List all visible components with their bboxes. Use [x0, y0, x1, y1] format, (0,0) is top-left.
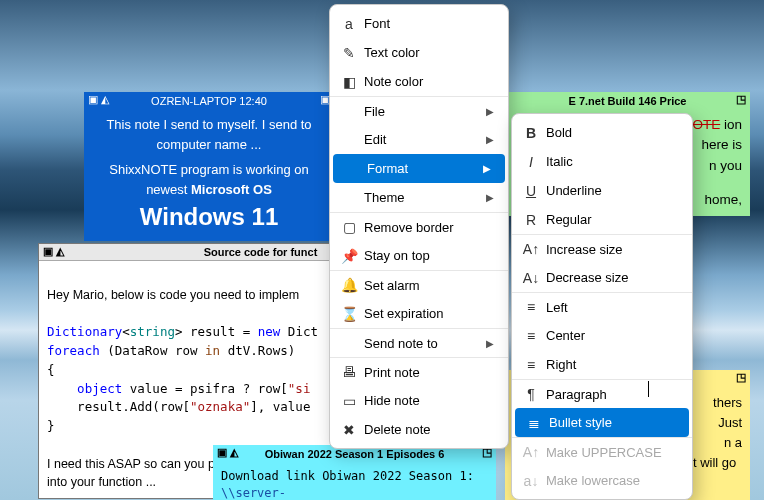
- menu-label: Remove border: [360, 220, 494, 235]
- txtcolor-icon: ✎: [338, 45, 360, 61]
- text: Hey Mario, below is code you need to imp…: [47, 288, 299, 302]
- menu-label: Paragraph: [542, 387, 678, 402]
- text: This note I send to myself. I send to co…: [92, 115, 326, 154]
- menu-label: Stay on top: [360, 248, 494, 263]
- R-icon: R: [520, 212, 542, 228]
- format-item-right[interactable]: ≡Right: [512, 350, 692, 379]
- note-controls-right[interactable]: ◳: [736, 372, 746, 383]
- menu-label: Right: [542, 357, 678, 372]
- code: result.Add(row[: [47, 399, 190, 414]
- note-controls-left[interactable]: ▣ ◭: [217, 447, 238, 458]
- code: }: [47, 418, 55, 433]
- text-caret: [648, 381, 649, 397]
- ucase-icon: A↑: [520, 444, 542, 460]
- code: (DataRow row: [100, 343, 205, 358]
- menu-label: Decrease size: [542, 270, 678, 285]
- format-item-increase-size[interactable]: A↑Increase size: [512, 234, 692, 263]
- chevron-right-icon: ▶: [486, 106, 494, 117]
- bell-icon: 🔔: [338, 277, 360, 293]
- code: {: [47, 362, 55, 377]
- menu-item-send-note-to[interactable]: Send note to▶: [330, 328, 508, 357]
- format-item-make-uppercase: A↑Make UPPERCASE: [512, 437, 692, 466]
- format-submenu[interactable]: BBoldIItalicUUnderlineRRegularA↑Increase…: [511, 113, 693, 500]
- notecolor-icon: ◧: [338, 74, 360, 90]
- menu-label: Center: [542, 328, 678, 343]
- format-item-bullet-style[interactable]: ≣Bullet style: [515, 408, 689, 437]
- lcase-icon: a↓: [520, 473, 542, 489]
- code: [47, 381, 77, 396]
- menu-item-set-alarm[interactable]: 🔔Set alarm: [330, 270, 508, 299]
- menu-item-text-color[interactable]: ✎Text color: [330, 38, 508, 67]
- code: Dictionary: [47, 324, 122, 339]
- note-title-bar[interactable]: E 7.net Build 146 Price ◳: [505, 92, 750, 109]
- menu-label: Regular: [542, 212, 678, 227]
- format-item-left[interactable]: ≡Left: [512, 292, 692, 321]
- note-title-bar[interactable]: ▣ ◭ OZREN-LAPTOP 12:40 ▣: [84, 92, 334, 109]
- code: object: [77, 381, 122, 396]
- menu-label: Delete note: [360, 422, 494, 437]
- code: dtV.Rows): [220, 343, 295, 358]
- menu-label: Make lowercase: [542, 473, 678, 488]
- menu-label: Text color: [360, 45, 494, 60]
- format-item-decrease-size[interactable]: A↓Decrease size: [512, 263, 692, 292]
- menu-item-font[interactable]: aFont: [330, 9, 508, 38]
- code: foreach: [47, 343, 100, 358]
- menu-label: Bold: [542, 125, 678, 140]
- menu-label: Send note to: [360, 336, 486, 351]
- format-item-bold[interactable]: BBold: [512, 118, 692, 147]
- menu-label: Note color: [360, 74, 494, 89]
- code: "oznaka": [190, 399, 250, 414]
- menu-item-remove-border[interactable]: ▢Remove border: [330, 212, 508, 241]
- format-item-paragraph[interactable]: ¶Paragraph: [512, 379, 692, 408]
- note-controls-left[interactable]: ▣ ◭: [43, 246, 64, 257]
- B-icon: B: [520, 125, 542, 141]
- format-item-regular[interactable]: RRegular: [512, 205, 692, 234]
- rborder-icon: ▢: [338, 219, 360, 235]
- chevron-right-icon: ▶: [486, 338, 494, 349]
- code: string: [130, 324, 175, 339]
- code: Dict: [280, 324, 318, 339]
- note-controls-right[interactable]: ◳: [736, 94, 746, 105]
- format-item-underline[interactable]: UUnderline: [512, 176, 692, 205]
- format-item-italic[interactable]: IItalic: [512, 147, 692, 176]
- note-title: E 7.net Build 146 Price: [569, 95, 687, 107]
- menu-label: Set expiration: [360, 306, 494, 321]
- menu-item-format[interactable]: Format▶: [333, 154, 505, 183]
- menu-item-file[interactable]: File▶: [330, 96, 508, 125]
- menu-item-hide-note[interactable]: ▭Hide note: [330, 386, 508, 415]
- note-title: Source code for funct: [204, 246, 318, 258]
- menu-item-print-note[interactable]: 🖶Print note: [330, 357, 508, 386]
- format-item-center[interactable]: ≡Center: [512, 321, 692, 350]
- format-item-make-lowercase: a↓Make lowercase: [512, 466, 692, 495]
- menu-label: Hide note: [360, 393, 494, 408]
- pin-icon: 📌: [338, 248, 360, 264]
- bul-icon: ≣: [523, 415, 545, 431]
- hide-icon: ▭: [338, 393, 360, 409]
- context-menu[interactable]: aFont✎Text color◧Note colorFile▶Edit▶For…: [329, 4, 509, 449]
- print-icon: 🖶: [338, 364, 360, 380]
- para-icon: ¶: [520, 386, 542, 402]
- menu-label: Underline: [542, 183, 678, 198]
- code: "si: [288, 381, 311, 396]
- menu-item-note-color[interactable]: ◧Note color: [330, 67, 508, 96]
- text-bold: Microsoft OS: [191, 182, 272, 197]
- chevron-right-icon: ▶: [486, 134, 494, 145]
- menu-label: Theme: [360, 190, 486, 205]
- menu-item-delete-note[interactable]: ✖Delete note: [330, 415, 508, 444]
- alC-icon: ≡: [520, 328, 542, 344]
- menu-label: Format: [363, 161, 483, 176]
- note-body: Download link Obiwan 2022 Season 1: \\se…: [213, 462, 496, 500]
- text: ion: [724, 117, 742, 132]
- inc-icon: A↑: [520, 241, 542, 257]
- menu-item-stay-on-top[interactable]: 📌Stay on top: [330, 241, 508, 270]
- note-title: OZREN-LAPTOP 12:40: [151, 95, 267, 107]
- menu-item-theme[interactable]: Theme▶: [330, 183, 508, 212]
- note-blue[interactable]: ▣ ◭ OZREN-LAPTOP 12:40 ▣ This note I sen…: [84, 92, 334, 241]
- note-controls-left[interactable]: ▣ ◭: [88, 94, 109, 105]
- menu-item-set-expiration[interactable]: ⌛Set expiration: [330, 299, 508, 328]
- note-cyan[interactable]: ▣ ◭ Obiwan 2022 Season 1 Episodes 6 ◳ Do…: [213, 445, 496, 500]
- code: ], value: [250, 399, 310, 414]
- code: in: [205, 343, 220, 358]
- hourglass-icon: ⌛: [338, 306, 360, 322]
- menu-item-edit[interactable]: Edit▶: [330, 125, 508, 154]
